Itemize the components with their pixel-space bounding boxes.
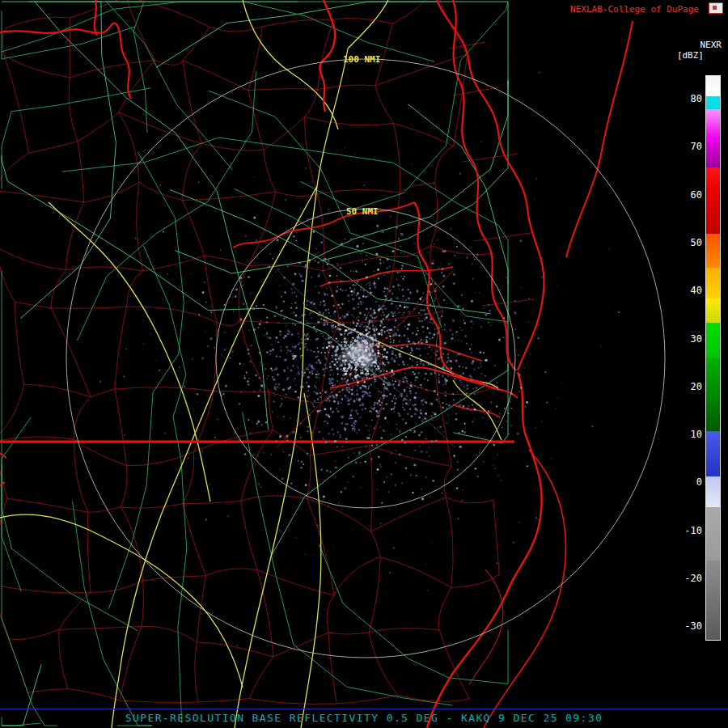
attribution-text: NEXLAB-College of DuPage [570,4,699,15]
colorbar-tick: 10 [670,429,702,440]
secondary-roads-layer [2,2,509,726]
radar-map-svg [0,0,728,728]
reflectivity-echoes-layer [0,72,620,646]
colorbar-tick: 60 [670,189,702,201]
colorbar-tick: 40 [670,285,702,296]
colorbar-unit-label: [dBZ] [677,50,704,61]
colorbar-tick: 70 [670,141,702,152]
colorbar-tick: -20 [670,573,702,584]
colorbar-tick: 20 [670,381,702,392]
colorbar-tick: 50 [670,237,702,248]
range-ring-label-50nmi: 50 NMI [346,206,379,217]
highways-layer [0,0,502,728]
colorbar-tick: 0 [670,476,702,488]
colorbar-tick: 30 [670,333,702,345]
colorbar-tick: 80 [670,93,702,104]
state-coast-borders-layer [0,0,633,728]
reflectivity-colorbar [705,75,721,641]
product-title: SUPER-RESOLUTION BASE REFLECTIVITY 0.5 D… [0,712,728,724]
colorbar-title: NEXR [700,40,722,50]
colorbar-tick: -10 [670,525,702,536]
footer-divider-line [0,709,728,709]
range-ring-label-100nmi: 100 NMI [343,54,380,65]
cod-logo-icon [709,2,723,14]
colorbar-tick: -30 [670,620,702,632]
radar-viewer-screen: 100 NMI 50 NMI NEXLAB-College of DuPage … [0,0,728,728]
